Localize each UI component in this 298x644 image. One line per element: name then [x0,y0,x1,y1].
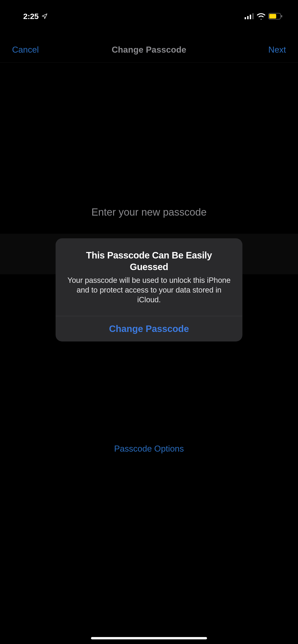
alert-message: Your passcode will be used to unlock thi… [66,276,232,305]
alert-body: This Passcode Can Be Easily Guessed Your… [56,238,242,316]
change-passcode-button[interactable]: Change Passcode [56,316,242,342]
alert-title: This Passcode Can Be Easily Guessed [66,250,232,272]
weak-passcode-alert: This Passcode Can Be Easily Guessed Your… [56,238,242,342]
home-indicator[interactable] [91,637,207,639]
